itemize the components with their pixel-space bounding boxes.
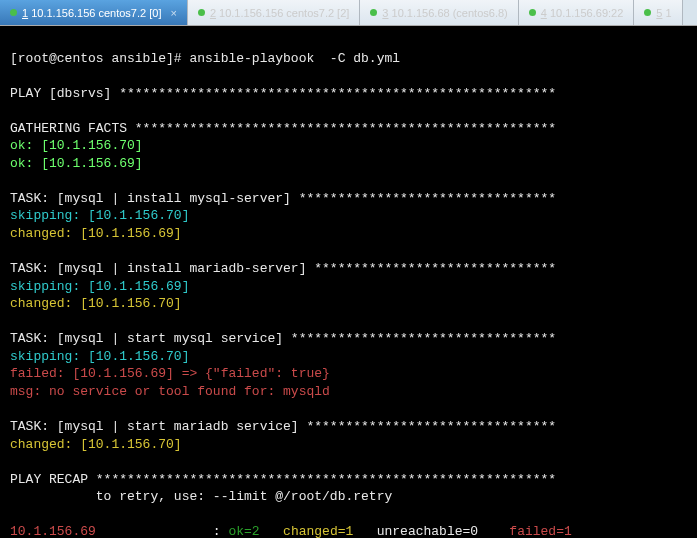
terminal-tab-2[interactable]: 2 10.1.156.156 centos7.2 [2]: [188, 0, 360, 25]
play-recap-header: PLAY RECAP *****************************…: [10, 472, 556, 487]
terminal-tab-4[interactable]: 4 10.1.156.69:22: [519, 0, 635, 25]
changed-line: changed: [10.1.156.70]: [10, 437, 182, 452]
skipping-line: skipping: [10.1.156.69]: [10, 279, 189, 294]
skipping-line: skipping: [10.1.156.70]: [10, 208, 189, 223]
terminal-tab-3[interactable]: 3 10.1.156.68 (centos6.8): [360, 0, 518, 25]
status-dot-icon: [529, 9, 536, 16]
status-dot-icon: [644, 9, 651, 16]
ok-line: ok: [10.1.156.70]: [10, 138, 143, 153]
task-header: TASK: [mysql | install mariadb-server] *…: [10, 261, 556, 276]
gathering-facts-header: GATHERING FACTS ************************…: [10, 121, 556, 136]
status-dot-icon: [10, 9, 17, 16]
tab-label: 1 10.1.156.156 centos7.2 [0]: [22, 7, 161, 19]
failed-msg: msg: no service or tool found for: mysql…: [10, 384, 330, 399]
tab-bar: 1 10.1.156.156 centos7.2 [0] × 2 10.1.15…: [0, 0, 697, 26]
terminal-output[interactable]: [root@centos ansible]# ansible-playbook …: [0, 26, 697, 538]
tab-label: 3 10.1.156.68 (centos6.8): [382, 7, 507, 19]
play-header: PLAY [dbsrvs] **************************…: [10, 86, 556, 101]
status-dot-icon: [370, 9, 377, 16]
failed-line: failed: [10.1.156.69] => {"failed": true…: [10, 366, 330, 381]
ok-line: ok: [10.1.156.69]: [10, 156, 143, 171]
terminal-tab-5[interactable]: 5 1: [634, 0, 682, 25]
terminal-tab-1[interactable]: 1 10.1.156.156 centos7.2 [0] ×: [0, 0, 188, 25]
tab-label: 2 10.1.156.156 centos7.2 [2]: [210, 7, 349, 19]
skipping-line: skipping: [10.1.156.70]: [10, 349, 189, 364]
retry-hint: to retry, use: --limit @/root/db.retry: [10, 489, 392, 504]
task-header: TASK: [mysql | install mysql-server] ***…: [10, 191, 556, 206]
changed-line: changed: [10.1.156.69]: [10, 226, 182, 241]
changed-line: changed: [10.1.156.70]: [10, 296, 182, 311]
task-header: TASK: [mysql | start mariadb service] **…: [10, 419, 556, 434]
tab-label: 5 1: [656, 7, 671, 19]
recap-row: 10.1.156.69 : ok=2 changed=1 unreachable…: [10, 524, 572, 538]
status-dot-icon: [198, 9, 205, 16]
tab-label: 4 10.1.156.69:22: [541, 7, 624, 19]
task-header: TASK: [mysql | start mysql service] ****…: [10, 331, 556, 346]
shell-prompt: [root@centos ansible]# ansible-playbook …: [10, 51, 400, 66]
close-icon[interactable]: ×: [170, 7, 176, 19]
